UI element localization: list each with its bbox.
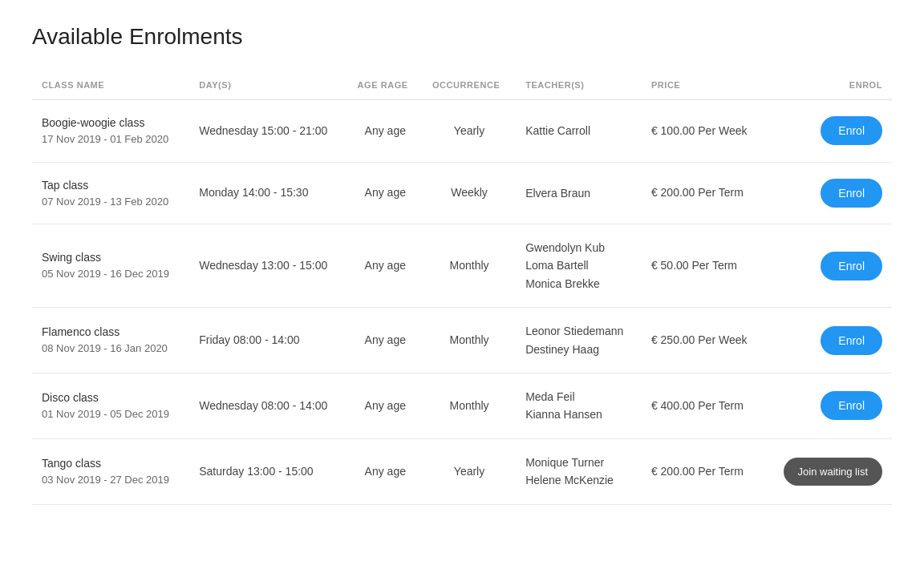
col-occurrence: OCCURRENCE bbox=[423, 74, 516, 100]
table-row: Tango class 03 Nov 2019 - 27 Dec 2019 Sa… bbox=[32, 438, 892, 504]
class-price: € 400.00 Per Term bbox=[642, 373, 765, 438]
class-name: Tango class bbox=[42, 455, 180, 472]
teacher-name: Leonor Stiedemann bbox=[525, 322, 632, 340]
class-days: Wednesday 13:00 - 15:00 bbox=[189, 224, 347, 308]
table-row: Swing class 05 Nov 2019 - 16 Dec 2019 We… bbox=[32, 224, 892, 308]
class-price: € 250.00 Per Week bbox=[642, 308, 765, 373]
class-price: € 200.00 Per Term bbox=[642, 162, 765, 224]
class-name-cell: Disco class 01 Nov 2019 - 05 Dec 2019 bbox=[32, 373, 189, 438]
teacher-name: Helene McKenzie bbox=[525, 471, 632, 489]
join-waiting-list-button[interactable]: Join waiting list bbox=[784, 458, 882, 486]
enrol-cell: Enrol bbox=[765, 308, 892, 373]
class-occurrence: Yearly bbox=[423, 438, 516, 504]
enrol-cell: Enrol bbox=[765, 373, 892, 438]
class-date: 05 Nov 2019 - 16 Dec 2019 bbox=[42, 266, 180, 282]
class-teachers: Meda FeilKianna Hansen bbox=[516, 373, 642, 438]
class-teachers: Kattie Carroll bbox=[516, 100, 642, 163]
class-teachers: Monique TurnerHelene McKenzie bbox=[516, 438, 642, 504]
enrol-button[interactable]: Enrol bbox=[821, 326, 882, 355]
class-name: Flamenco class bbox=[42, 324, 180, 341]
class-age: Any age bbox=[348, 162, 423, 224]
table-row: Disco class 01 Nov 2019 - 05 Dec 2019 We… bbox=[32, 373, 892, 438]
class-occurrence: Weekly bbox=[423, 162, 516, 224]
enrolments-table: CLASS NAME DAY(S) AGE RAGE OCCURRENCE TE… bbox=[32, 74, 892, 505]
col-price: PRICE bbox=[642, 74, 765, 100]
class-days: Wednesday 08:00 - 14:00 bbox=[189, 373, 347, 438]
class-date: 07 Nov 2019 - 13 Feb 2020 bbox=[42, 194, 180, 210]
table-header-row: CLASS NAME DAY(S) AGE RAGE OCCURRENCE TE… bbox=[32, 74, 892, 100]
teacher-name: Elvera Braun bbox=[525, 184, 632, 202]
teacher-name: Loma Bartell bbox=[525, 256, 632, 274]
class-price: € 50.00 Per Term bbox=[642, 224, 765, 308]
class-occurrence: Monthly bbox=[423, 373, 516, 438]
class-occurrence: Monthly bbox=[423, 224, 516, 308]
col-days: DAY(S) bbox=[189, 74, 347, 100]
class-name-cell: Tango class 03 Nov 2019 - 27 Dec 2019 bbox=[32, 438, 189, 504]
teacher-name: Destiney Haag bbox=[525, 341, 632, 358]
class-days: Friday 08:00 - 14:00 bbox=[189, 308, 347, 373]
teacher-name: Monica Brekke bbox=[525, 275, 632, 293]
table-row: Boogie-woogie class 17 Nov 2019 - 01 Feb… bbox=[32, 100, 892, 163]
table-row: Flamenco class 08 Nov 2019 - 16 Jan 2020… bbox=[32, 308, 892, 373]
class-date: 08 Nov 2019 - 16 Jan 2020 bbox=[42, 341, 180, 357]
class-name: Disco class bbox=[42, 389, 180, 406]
table-row: Tap class 07 Nov 2019 - 13 Feb 2020 Mond… bbox=[32, 162, 892, 224]
class-age: Any age bbox=[348, 224, 423, 308]
teacher-name: Kattie Carroll bbox=[525, 122, 632, 139]
class-price: € 200.00 Per Term bbox=[642, 438, 765, 504]
enrol-cell: Enrol bbox=[765, 162, 892, 224]
enrol-cell: Join waiting list bbox=[765, 438, 892, 504]
class-name-cell: Swing class 05 Nov 2019 - 16 Dec 2019 bbox=[32, 224, 189, 308]
teacher-name: Kianna Hansen bbox=[525, 406, 632, 423]
class-name: Swing class bbox=[42, 249, 180, 266]
class-age: Any age bbox=[348, 308, 423, 373]
col-age-rage: AGE RAGE bbox=[348, 74, 423, 100]
class-teachers: Elvera Braun bbox=[516, 162, 642, 224]
col-teachers: TEACHER(S) bbox=[516, 74, 642, 100]
class-occurrence: Yearly bbox=[423, 100, 516, 163]
class-days: Saturday 13:00 - 15:00 bbox=[189, 438, 347, 504]
class-age: Any age bbox=[348, 438, 423, 504]
enrol-cell: Enrol bbox=[765, 224, 892, 308]
enrol-cell: Enrol bbox=[765, 100, 892, 163]
class-teachers: Leonor StiedemannDestiney Haag bbox=[516, 308, 642, 373]
enrol-button[interactable]: Enrol bbox=[821, 252, 882, 280]
col-class-name: CLASS NAME bbox=[32, 74, 189, 100]
enrol-button[interactable]: Enrol bbox=[821, 179, 882, 208]
class-days: Monday 14:00 - 15:30 bbox=[189, 162, 347, 224]
class-name-cell: Boogie-woogie class 17 Nov 2019 - 01 Feb… bbox=[32, 100, 189, 163]
class-teachers: Gwendolyn KubLoma BartellMonica Brekke bbox=[516, 224, 642, 308]
class-name: Tap class bbox=[42, 177, 180, 194]
class-age: Any age bbox=[348, 100, 423, 163]
teacher-name: Meda Feil bbox=[525, 388, 632, 406]
col-enrol: ENROL bbox=[765, 74, 892, 100]
enrol-button[interactable]: Enrol bbox=[821, 116, 882, 145]
class-name-cell: Tap class 07 Nov 2019 - 13 Feb 2020 bbox=[32, 162, 189, 224]
class-days: Wednesday 15:00 - 21:00 bbox=[189, 100, 347, 163]
enrol-button[interactable]: Enrol bbox=[821, 391, 882, 420]
class-price: € 100.00 Per Week bbox=[642, 100, 765, 163]
class-name: Boogie-woogie class bbox=[42, 115, 180, 131]
class-name-cell: Flamenco class 08 Nov 2019 - 16 Jan 2020 bbox=[32, 308, 189, 373]
class-age: Any age bbox=[348, 373, 423, 438]
teacher-name: Gwendolyn Kub bbox=[525, 239, 632, 256]
class-occurrence: Monthly bbox=[423, 308, 516, 373]
class-date: 03 Nov 2019 - 27 Dec 2019 bbox=[42, 472, 180, 488]
class-date: 17 Nov 2019 - 01 Feb 2020 bbox=[42, 131, 180, 147]
teacher-name: Monique Turner bbox=[525, 454, 632, 471]
class-date: 01 Nov 2019 - 05 Dec 2019 bbox=[42, 406, 180, 422]
page-title: Available Enrolments bbox=[32, 24, 892, 50]
